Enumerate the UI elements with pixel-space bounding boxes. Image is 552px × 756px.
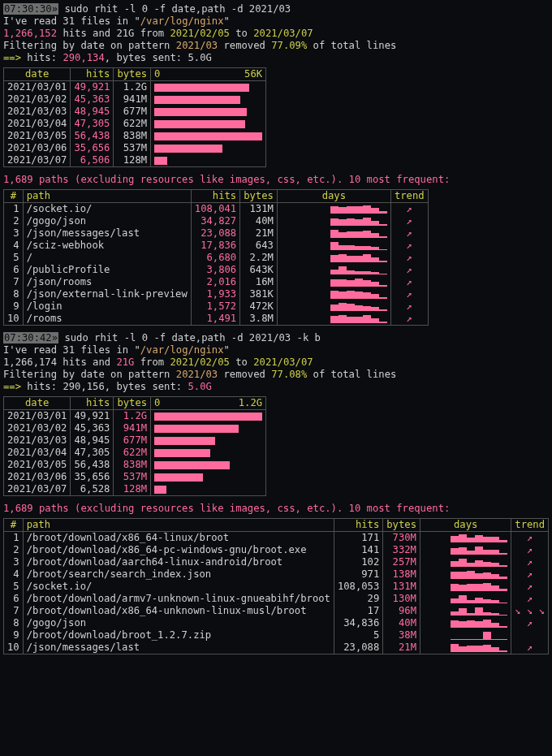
cell-bar	[151, 93, 266, 106]
cell-bytes: 838M	[114, 130, 151, 142]
cell-hits: 1,491	[191, 313, 239, 326]
cell-date: 2021/03/02	[4, 422, 71, 434]
cell-days	[277, 288, 390, 300]
cell-path: /broot/download/x86_64-pc-windows-gnu/br…	[23, 544, 334, 556]
cell-bytes: 128M	[114, 154, 151, 167]
cell-path: /json/messages/last	[23, 642, 334, 654]
table-row: 2021/03/0556,438838M	[4, 459, 266, 471]
cell-hits: 23,088	[191, 227, 239, 240]
cell-hits: 34,827	[191, 215, 239, 227]
cell-idx: 9	[4, 629, 24, 642]
cell-path: /json/external-link-preview	[23, 288, 191, 300]
cell-days	[420, 556, 511, 568]
col-bytes: bytes	[383, 519, 420, 532]
cell-days	[420, 532, 511, 545]
cell-bytes: 1.2G	[114, 410, 151, 423]
cell-hits: 49,921	[71, 81, 114, 94]
table-row: 3/json/messages/last23,08821M↗	[4, 227, 429, 240]
cell-hits: 45,363	[71, 422, 114, 434]
totals-line: ==> hits: 290,134, bytes sent: 5.0G	[3, 52, 549, 64]
cell-hits: 35,656	[71, 142, 114, 154]
table-row: 1/broot/download/x86_64-linux/broot17173…	[4, 532, 549, 545]
cell-path: /json/rooms	[23, 276, 191, 288]
cell-bytes: 381K	[240, 288, 278, 300]
col-hits: hits	[71, 68, 114, 81]
timestamp: 07:30:30»	[3, 3, 58, 15]
cell-date: 2021/03/03	[4, 106, 71, 118]
col-bytes: bytes	[114, 68, 151, 81]
cell-days	[277, 276, 390, 288]
cell-path: /sciz-webhook	[23, 240, 191, 252]
cell-hits: 108,041	[191, 203, 239, 216]
cell-trend: ↗	[511, 544, 549, 556]
cell-hits: 17	[334, 605, 382, 617]
cell-hits: 2,016	[191, 276, 239, 288]
cell-hits: 3,806	[191, 264, 239, 276]
cell-hits: 17,836	[191, 240, 239, 252]
path-table-2: # path hits bytes days trend 1/broot/dow…	[3, 518, 549, 654]
command-line: sudo rhit -l 0 -f date,path -d 2021/03 -…	[58, 332, 321, 343]
col-hits: hits	[191, 190, 239, 203]
cell-days	[277, 252, 390, 264]
cell-days	[277, 264, 390, 276]
col-path: path	[23, 519, 334, 532]
table-row: 9/login1,572472K↗	[4, 300, 429, 313]
table-row: 2/broot/download/x86_64-pc-windows-gnu/b…	[4, 544, 549, 556]
col-days: days	[277, 190, 390, 203]
cell-idx: 4	[4, 568, 24, 581]
cell-hits: 47,305	[71, 447, 114, 459]
read-summary: I've read 31 files in "/var/log/nginx"	[3, 344, 549, 356]
cell-bytes: 622M	[114, 447, 151, 459]
cell-hits: 49,921	[71, 410, 114, 423]
cell-idx: 2	[4, 544, 24, 556]
cell-bar	[151, 434, 266, 447]
table-row: 2021/03/0556,438838M	[4, 130, 266, 142]
cell-bytes: 138M	[383, 568, 420, 581]
cell-idx: 1	[4, 532, 24, 545]
table-row: 4/sciz-webhook17,836643↗	[4, 240, 429, 252]
cell-date: 2021/03/01	[4, 410, 71, 423]
cell-bytes: 677M	[114, 434, 151, 447]
cell-bytes: 257M	[383, 556, 420, 568]
cell-days	[420, 568, 511, 581]
cell-bar	[151, 471, 266, 483]
cell-path: /gogo/json	[23, 215, 191, 227]
table-row: 2021/03/0149,9211.2G	[4, 410, 266, 423]
cell-bar	[151, 483, 266, 496]
table-row: 10/rooms1,4913.8M↗	[4, 313, 429, 326]
cell-trend: ↗	[390, 252, 428, 264]
cell-path: /rooms	[23, 313, 191, 326]
cell-hits: 6,680	[191, 252, 239, 264]
cell-trend: ↗	[511, 593, 549, 605]
cell-hits: 23,088	[334, 642, 382, 654]
cell-path: /broot/download/aarch64-linux-android/br…	[23, 556, 334, 568]
col-hits: hits	[71, 397, 114, 410]
timestamp: 07:30:42»	[3, 332, 58, 343]
table-row: 5/socket.io/108,053131M↗	[4, 581, 549, 593]
cell-date: 2021/03/06	[4, 142, 71, 154]
col-scale: 01.2G	[151, 397, 266, 410]
table-row: 2021/03/0245,363941M	[4, 422, 266, 434]
cell-trend	[511, 629, 549, 642]
cell-date: 2021/03/04	[4, 118, 71, 130]
cell-trend: ↗	[390, 240, 428, 252]
table-row: 2021/03/0245,363941M	[4, 93, 266, 106]
table-row: 3/broot/download/aarch64-linux-android/b…	[4, 556, 549, 568]
cell-bytes: 40M	[383, 617, 420, 629]
cell-days	[420, 581, 511, 593]
table-row: 2021/03/0447,305622M	[4, 118, 266, 130]
cell-idx: 10	[4, 642, 24, 654]
cell-idx: 7	[4, 605, 24, 617]
cell-days	[277, 227, 390, 240]
cell-hits: 56,438	[71, 459, 114, 471]
cell-path: /json/messages/last	[23, 227, 191, 240]
cell-bytes: 941M	[114, 422, 151, 434]
cell-days	[277, 313, 390, 326]
cell-bar	[151, 410, 266, 423]
cell-bytes: 472K	[240, 300, 278, 313]
table-row: 6/broot/download/armv7-unknown-linux-gnu…	[4, 593, 549, 605]
cell-trend: ↗	[390, 288, 428, 300]
cell-path: /socket.io/	[23, 203, 191, 216]
cell-days	[420, 593, 511, 605]
cell-trend: ↗	[511, 568, 549, 581]
